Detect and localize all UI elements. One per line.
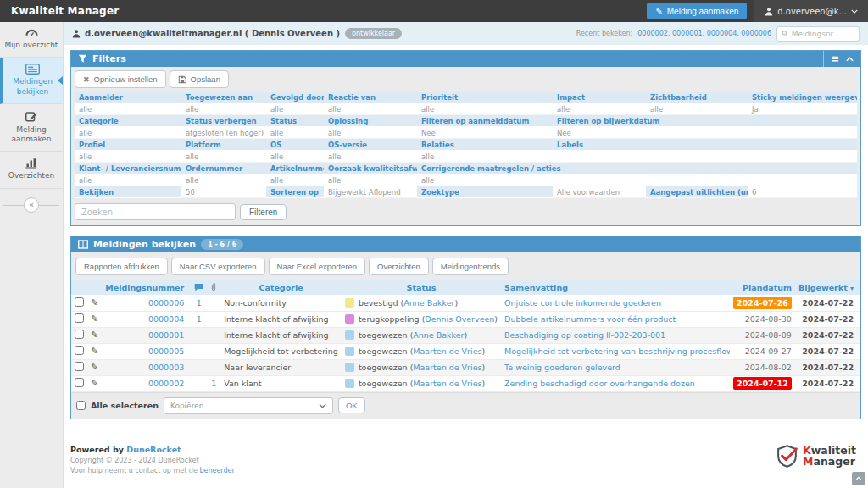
column-status[interactable]: Status [342,280,501,295]
filter-value-bekijken[interactable]: 50 [181,186,266,198]
filter-label-profiel[interactable]: Profiel [75,139,181,151]
melding-link[interactable]: 0000003 [148,363,184,372]
filter-label-artikelnummer[interactable]: Artikelnummer [266,163,324,175]
summary-link[interactable]: Beschadiging op coating Il-002-203-001 [504,330,665,340]
filter-value-labels[interactable] [553,151,857,163]
assignee-link[interactable]: Anne Bakker [403,298,454,308]
filter-label-labels[interactable]: Labels [553,139,857,151]
filter-label-uitlichten[interactable]: Aangepast uitlichten (uren) [646,186,748,198]
row-checkbox[interactable] [75,378,84,387]
bulk-action-select[interactable]: Kopiëren [164,397,333,414]
sidebar-item-mijn-overzicht[interactable]: Mijn overzicht [0,22,63,58]
filter-label-klantnummer[interactable]: Klant- / Leveranciersnummer [75,163,181,175]
filter-label-status[interactable]: Status [266,115,324,127]
filter-label-zoektype[interactable]: Zoektype [417,186,553,198]
filter-label-bijwerkdatum[interactable]: Filteren op bijwerkdatum [553,115,857,127]
filter-label-toegewezen-aan[interactable]: Toegewezen aan [181,92,266,103]
filter-label-gevolgd-door[interactable]: Gevolgd door [266,92,324,103]
meldingsnr-search-input[interactable] [792,30,854,38]
filter-label-os-versie[interactable]: OS-versie [324,139,417,151]
filter-label-oorzaak[interactable]: Oorzaak kwaliteitsafwijking [324,163,417,175]
sidebar-item-melding-aanmaken[interactable]: Melding aanmaken [0,104,63,152]
filter-label-relaties[interactable]: Relaties [417,139,553,151]
column-attachments[interactable] [207,280,220,295]
collapse-panel-icon[interactable] [846,57,854,62]
filter-value-maatregelen[interactable]: alle [417,175,857,186]
user-menu[interactable]: d.overveen@k... [754,0,868,22]
melding-link[interactable]: 0000002 [148,379,184,388]
filter-value-ordernummer[interactable]: alle [181,175,266,186]
filter-value-impact[interactable]: alle [553,103,646,115]
csv-export-button[interactable]: Naar CSV exporteren [171,258,265,275]
filter-value-gevolgd-door[interactable]: alle [266,103,324,115]
column-categorie[interactable]: Categorie [220,280,342,295]
filter-value-sorteren-op[interactable]: Bijgewerkt Aflopend [324,186,417,198]
filter-label-status-verbergen[interactable]: Status verbergen [181,115,266,127]
filter-value-os[interactable]: alle [266,151,324,163]
column-comments[interactable] [191,280,207,295]
overzichten-button[interactable]: Overzichten [369,258,429,275]
row-checkbox[interactable] [75,362,84,371]
excel-export-button[interactable]: Naar Excel exporteren [269,258,366,275]
recent-viewed-links[interactable]: 0000002, 0000001, 0000004, 0000006 [637,30,771,37]
filter-label-zichtbaarheid[interactable]: Zichtbaarheid [646,92,748,103]
edit-icon[interactable]: ✎ [91,362,98,373]
filter-value-status[interactable]: alle [266,127,324,139]
filter-label-sorteren-op[interactable]: Sorteren op [266,186,324,198]
rapporten-afdrukken-button[interactable]: Rapporten afdrukken [75,258,168,275]
filter-label-bekijken[interactable]: Bekijken [75,186,181,198]
filter-label-maatregelen[interactable]: Corrigerende maatregelen / acties [417,163,857,175]
filter-label-sticky[interactable]: Sticky meldingen weergeven [748,92,857,103]
assignee-link[interactable]: Anne Bakker [413,330,464,340]
column-plandatum[interactable]: Plandatum [730,280,795,295]
filter-label-aanmelder[interactable]: Aanmelder [75,92,181,103]
filter-value-platform[interactable]: alle [181,151,266,163]
reset-filters-button[interactable]: ✖ Opnieuw instellen [75,70,166,88]
filter-label-platform[interactable]: Platform [181,139,266,151]
filter-label-ordernummer[interactable]: Ordernummer [181,163,266,175]
meldingentrends-button[interactable]: Meldingentrends [432,258,509,275]
row-checkbox[interactable] [75,346,84,355]
row-checkbox[interactable] [75,330,84,339]
melding-link[interactable]: 0000006 [148,298,184,308]
filter-value-bijwerkdatum[interactable]: Nee [553,127,857,139]
assignee-link[interactable]: Dennis Overveen [425,314,494,324]
filter-value-profiel[interactable]: alle [75,151,181,163]
beheerder-link[interactable]: beheerder [199,467,234,474]
filter-label-categorie[interactable]: Categorie [75,115,181,127]
summary-link[interactable]: Te weinig goederen geleverd [504,363,620,372]
zoeken-input[interactable] [75,203,236,220]
filter-label-os[interactable]: OS [266,139,324,151]
summary-link[interactable]: Dubbele artikelnummers voor één product [504,314,676,324]
filter-label-impact[interactable]: Impact [553,92,646,103]
filter-value-reactie-van[interactable]: alle [324,103,417,115]
edit-icon[interactable]: ✎ [91,297,98,308]
row-checkbox[interactable] [75,313,84,323]
filter-value-os-versie[interactable]: alle [324,151,417,163]
melding-link[interactable]: 0000004 [148,314,184,324]
filteren-button[interactable]: Filteren [240,204,287,220]
summary-link[interactable]: Mogelijkheid tot verbetering van beschri… [504,347,730,356]
ok-button[interactable]: OK [338,397,365,413]
filter-value-aanmelddatum[interactable]: Nee [417,127,553,139]
filter-label-reactie-van[interactable]: Reactie van [324,92,417,103]
filter-label-oplossing[interactable]: Oplossing [324,115,417,127]
panel-menu-icon[interactable]: ≡ [832,53,839,64]
filter-value-zichtbaarheid[interactable]: alle [646,103,748,115]
filter-label-aanmelddatum[interactable]: Filteren op aanmelddatum [417,115,553,127]
filter-value-aanmelder[interactable]: alle [75,103,181,115]
summary-link[interactable]: Zending beschadigd door overhangende doz… [504,379,695,388]
assignee-link[interactable]: Maarten de Vries [413,347,481,356]
filter-value-oplossing[interactable]: alle [324,127,417,139]
melding-aanmaken-button[interactable]: ✎ Melding aanmaken [647,3,747,19]
filter-value-categorie[interactable]: alle [75,127,181,139]
edit-icon[interactable]: ✎ [91,330,98,341]
select-all-checkbox[interactable] [76,401,86,410]
filter-label-prioriteit[interactable]: Prioriteit [417,92,553,103]
column-samenvatting[interactable]: Samenvatting [501,280,730,295]
collapse-sidebar-button[interactable]: « [24,197,39,213]
filter-value-relaties[interactable]: alle [417,151,553,163]
filter-value-oorzaak[interactable]: alle [324,175,417,186]
assignee-link[interactable]: Maarten de Vries [413,379,481,388]
filter-value-klantnummer[interactable]: alle [75,175,181,186]
